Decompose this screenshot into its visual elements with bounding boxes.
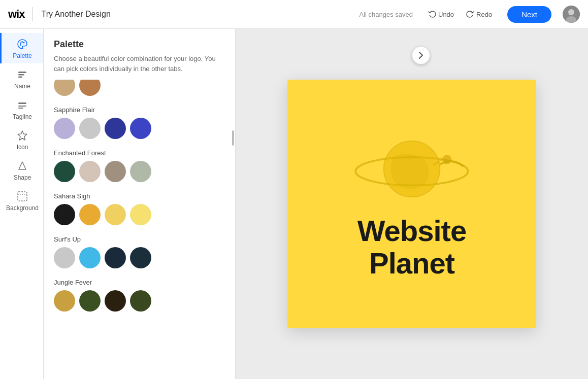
palette-item-sapphire-flair: Sapphire Flair: [54, 106, 225, 139]
redo-label: Redo: [476, 11, 492, 18]
header-divider: [32, 7, 33, 21]
color-swatch[interactable]: [79, 161, 101, 182]
palette-colors: [54, 290, 225, 312]
color-swatch[interactable]: [130, 290, 151, 312]
palette-name: Sahara Sigh: [54, 192, 225, 200]
undo-icon: [428, 10, 436, 18]
logo-line2: Planet: [369, 247, 454, 280]
next-button[interactable]: Next: [507, 6, 551, 23]
svg-rect-12: [18, 108, 23, 109]
color-swatch[interactable]: [130, 118, 151, 139]
color-swatch[interactable]: [105, 204, 126, 225]
color-swatch[interactable]: [105, 161, 126, 182]
redo-icon: [466, 10, 474, 18]
color-swatch[interactable]: [79, 247, 101, 268]
canvas-area: Website Planet: [236, 29, 588, 379]
color-swatch[interactable]: [79, 204, 101, 225]
logo-text: Website Planet: [357, 215, 466, 280]
sidebar: Palette Name Tagline: [0, 29, 44, 379]
color-swatch[interactable]: [130, 247, 151, 268]
svg-point-4: [20, 43, 21, 44]
palette-name: Sapphire Flair: [54, 106, 225, 114]
color-swatch[interactable]: [79, 290, 101, 312]
logo-card: Website Planet: [287, 80, 536, 328]
panel-description: Choose a beautiful color combination for…: [54, 54, 225, 74]
svg-point-6: [23, 42, 25, 44]
palette-panel: Palette Choose a beautiful color combina…: [44, 29, 236, 379]
sidebar-item-background[interactable]: Background: [0, 185, 43, 216]
palette-item-surfs-up: Surf's Up: [54, 235, 225, 268]
sidebar-item-shape[interactable]: Shape: [0, 155, 43, 185]
svg-rect-10: [18, 102, 26, 104]
planet-illustration: [351, 128, 473, 210]
sidebar-item-label-shape: Shape: [14, 174, 31, 181]
sidebar-item-tagline[interactable]: Tagline: [0, 94, 43, 124]
sidebar-item-label-icon: Icon: [17, 144, 28, 151]
palette-item-sahara-sigh: Sahara Sigh: [54, 192, 225, 225]
color-swatch[interactable]: [79, 118, 101, 139]
svg-rect-11: [18, 106, 26, 107]
svg-point-5: [21, 41, 23, 43]
color-swatch[interactable]: [105, 290, 126, 312]
logo-line1: Website: [357, 214, 466, 247]
avatar[interactable]: [563, 6, 580, 23]
panel-title: Palette: [54, 39, 225, 50]
sidebar-item-palette[interactable]: Palette: [0, 33, 43, 63]
svg-rect-7: [18, 72, 26, 73]
tagline-icon: [16, 99, 28, 111]
palette-colors: [54, 118, 225, 139]
color-swatch[interactable]: [130, 204, 151, 225]
color-swatch[interactable]: [54, 247, 75, 268]
svg-rect-9: [18, 77, 22, 78]
shape-icon: [16, 160, 28, 172]
sidebar-item-icon[interactable]: Icon: [0, 124, 43, 155]
sidebar-item-label-background: Background: [6, 204, 39, 212]
svg-point-3: [20, 44, 21, 46]
palette-name: Enchanted Forest: [54, 149, 225, 157]
color-swatch[interactable]: [105, 118, 126, 139]
palette-colors: [54, 247, 225, 268]
scroll-indicator: [232, 130, 234, 146]
palette-item-enchanted-forest: Enchanted Forest: [54, 149, 225, 182]
sidebar-item-name[interactable]: Name: [0, 63, 43, 94]
background-icon: [16, 190, 28, 202]
color-swatch[interactable]: [54, 290, 75, 312]
wix-logo: wix: [8, 8, 24, 21]
svg-rect-8: [18, 74, 24, 76]
sidebar-item-label-name: Name: [14, 83, 30, 90]
page-title: Try Another Design: [41, 10, 353, 19]
palette-item-jungle-fever: Jungle Fever: [54, 279, 225, 312]
palette-colors: [54, 161, 225, 182]
palette-icon: [16, 38, 28, 50]
sidebar-item-label-tagline: Tagline: [13, 113, 32, 120]
undo-redo-group: Undo Redo: [423, 7, 497, 21]
undo-button[interactable]: Undo: [423, 7, 459, 21]
palette-list: Sapphire Flair Enchanted Forest: [44, 106, 235, 332]
next-design-button[interactable]: [412, 46, 430, 64]
svg-rect-14: [18, 192, 27, 201]
undo-label: Undo: [438, 11, 454, 18]
name-icon: [16, 68, 28, 81]
color-swatch[interactable]: [54, 161, 75, 182]
palette-name: Jungle Fever: [54, 279, 225, 286]
color-swatch[interactable]: [105, 247, 126, 268]
color-swatch[interactable]: [54, 118, 75, 139]
color-swatch[interactable]: [130, 161, 151, 182]
panel-header: Palette Choose a beautiful color combina…: [44, 29, 235, 80]
color-swatch[interactable]: [54, 204, 75, 225]
svg-marker-13: [18, 131, 27, 140]
app-header: wix Try Another Design All changes saved…: [0, 0, 588, 29]
palette-name: Surf's Up: [54, 235, 225, 243]
save-status: All changes saved: [359, 11, 413, 18]
icon-icon: [16, 129, 28, 142]
palette-colors: [54, 204, 225, 225]
main-layout: Palette Name Tagline: [0, 29, 588, 379]
sidebar-item-label-palette: Palette: [13, 52, 31, 59]
redo-button[interactable]: Redo: [461, 7, 497, 21]
svg-point-1: [568, 9, 574, 15]
